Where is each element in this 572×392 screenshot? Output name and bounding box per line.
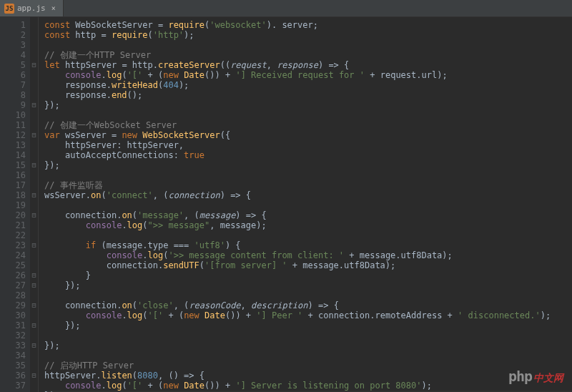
line-number: 36 bbox=[0, 371, 26, 381]
fold-marker bbox=[30, 80, 38, 90]
fold-marker[interactable]: ⊟ bbox=[30, 320, 38, 330]
code-line[interactable]: httpServer.listen(8080, () => { bbox=[44, 371, 572, 381]
code-line[interactable]: }); bbox=[44, 100, 572, 110]
line-number: 23 bbox=[0, 240, 26, 250]
line-number: 33 bbox=[0, 340, 26, 351]
code-line[interactable]: console.log('[' + (new Date()) + '] Serv… bbox=[44, 381, 572, 391]
fold-marker bbox=[30, 120, 38, 130]
code-line[interactable] bbox=[44, 40, 572, 50]
code-line[interactable]: }); bbox=[44, 280, 572, 290]
code-line[interactable]: response.end(); bbox=[44, 90, 572, 100]
close-icon[interactable]: × bbox=[51, 4, 56, 12]
code-line[interactable]: if (message.type === 'utf8') { bbox=[44, 240, 572, 250]
line-number: 32 bbox=[0, 330, 26, 340]
code-line[interactable] bbox=[44, 200, 572, 210]
code-line[interactable]: // 事件监听器 bbox=[44, 180, 572, 190]
code-line[interactable] bbox=[44, 110, 572, 120]
line-number-gutter: 1234567891011121314151617181920212223242… bbox=[0, 17, 30, 392]
code-line[interactable]: connection.sendUTF('[from server] ' + me… bbox=[44, 260, 572, 270]
fold-marker bbox=[30, 50, 38, 60]
tab-filename: app.js bbox=[17, 4, 46, 13]
code-line[interactable]: }); bbox=[44, 160, 572, 170]
watermark-logo: php 中文网 bbox=[508, 368, 563, 385]
fold-marker[interactable]: ⊟ bbox=[30, 60, 38, 70]
line-number: 16 bbox=[0, 170, 26, 180]
code-line[interactable] bbox=[44, 230, 572, 240]
watermark-left: php bbox=[508, 368, 532, 385]
fold-marker bbox=[30, 20, 38, 30]
code-line[interactable]: }); bbox=[44, 340, 572, 351]
code-line[interactable]: // 启动HTTP Server bbox=[44, 361, 572, 371]
fold-marker[interactable]: ⊟ bbox=[30, 130, 38, 140]
line-number: 35 bbox=[0, 361, 26, 371]
line-number: 19 bbox=[0, 200, 26, 210]
code-line[interactable] bbox=[44, 290, 572, 300]
fold-marker bbox=[30, 170, 38, 180]
line-number: 22 bbox=[0, 230, 26, 240]
fold-marker[interactable]: ⊟ bbox=[30, 190, 38, 200]
fold-marker bbox=[30, 140, 38, 150]
fold-marker bbox=[30, 90, 38, 100]
code-line[interactable]: autoAcceptConnections: true bbox=[44, 150, 572, 160]
tab-app-js[interactable]: JS app.js × bbox=[0, 0, 64, 16]
line-number: 21 bbox=[0, 220, 26, 230]
line-number: 27 bbox=[0, 280, 26, 290]
code-line[interactable]: console.log('[' + (new Date()) + '] Rece… bbox=[44, 70, 572, 80]
fold-marker bbox=[30, 330, 38, 340]
line-number: 8 bbox=[0, 90, 26, 100]
code-line[interactable]: response.writeHead(404); bbox=[44, 80, 572, 90]
fold-marker bbox=[30, 180, 38, 190]
fold-marker bbox=[30, 290, 38, 300]
line-number: 26 bbox=[0, 270, 26, 280]
code-line[interactable]: let httpServer = http.createServer((requ… bbox=[44, 60, 572, 70]
code-line[interactable]: console.log(">> message", message); bbox=[44, 220, 572, 230]
fold-marker[interactable]: ⊟ bbox=[30, 280, 38, 290]
fold-marker bbox=[30, 70, 38, 80]
code-line[interactable]: console.log('>> message content from cli… bbox=[44, 250, 572, 260]
code-line[interactable]: wsServer.on('connect', (connection) => { bbox=[44, 190, 572, 200]
line-number: 12 bbox=[0, 130, 26, 140]
fold-marker bbox=[30, 260, 38, 270]
fold-marker[interactable]: ⊟ bbox=[30, 300, 38, 310]
line-number: 30 bbox=[0, 310, 26, 320]
line-number: 10 bbox=[0, 110, 26, 120]
code-line[interactable] bbox=[44, 170, 572, 180]
line-number: 14 bbox=[0, 150, 26, 160]
code-line[interactable]: const http = require('http'); bbox=[44, 30, 572, 40]
code-line[interactable]: var wsServer = new WebSocketServer({ bbox=[44, 130, 572, 140]
code-line[interactable] bbox=[44, 351, 572, 361]
fold-marker[interactable]: ⊟ bbox=[30, 270, 38, 280]
code-line[interactable]: connection.on('message', (message) => { bbox=[44, 210, 572, 220]
code-line[interactable]: // 创建一个WebSocket Server bbox=[44, 120, 572, 130]
watermark-right: 中文网 bbox=[533, 372, 563, 385]
fold-marker bbox=[30, 351, 38, 361]
code-line[interactable]: console.log('[' + (new Date()) + '] Peer… bbox=[44, 310, 572, 320]
line-number: 5 bbox=[0, 60, 26, 70]
line-number: 28 bbox=[0, 290, 26, 300]
js-file-icon: JS bbox=[4, 4, 14, 14]
fold-marker[interactable]: ⊟ bbox=[30, 160, 38, 170]
code-line[interactable]: httpServer: httpServer, bbox=[44, 140, 572, 150]
code-line[interactable]: } bbox=[44, 270, 572, 280]
line-number: 15 bbox=[0, 160, 26, 170]
fold-marker[interactable]: ⊟ bbox=[30, 240, 38, 250]
fold-marker bbox=[30, 361, 38, 371]
fold-marker[interactable]: ⊟ bbox=[30, 210, 38, 220]
fold-marker bbox=[30, 230, 38, 240]
fold-marker[interactable]: ⊟ bbox=[30, 371, 38, 381]
code-line[interactable]: connection.on('close', (reasonCode, desc… bbox=[44, 300, 572, 310]
editor: 1234567891011121314151617181920212223242… bbox=[0, 17, 572, 392]
fold-marker[interactable]: ⊟ bbox=[30, 340, 38, 351]
code-line[interactable]: const WebSocketServer = require('websock… bbox=[44, 20, 572, 30]
code-line[interactable]: // 创建一个HTTP Server bbox=[44, 50, 572, 60]
line-number: 13 bbox=[0, 140, 26, 150]
line-number: 37 bbox=[0, 381, 26, 391]
code-area[interactable]: const WebSocketServer = require('websock… bbox=[39, 17, 572, 392]
fold-marker bbox=[30, 250, 38, 260]
code-line[interactable]: }); bbox=[44, 320, 572, 330]
line-number: 20 bbox=[0, 210, 26, 220]
fold-marker bbox=[30, 110, 38, 120]
fold-marker bbox=[30, 40, 38, 50]
fold-marker[interactable]: ⊟ bbox=[30, 100, 38, 110]
code-line[interactable] bbox=[44, 330, 572, 340]
